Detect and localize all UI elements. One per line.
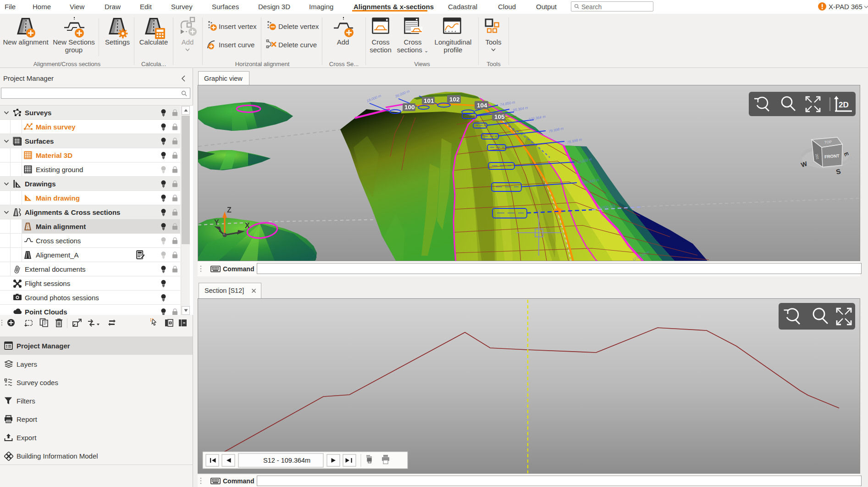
svg-text:S12 - 109.364m: S12 - 109.364m	[263, 457, 310, 464]
svg-text:X: X	[245, 222, 250, 230]
svg-text:105: 105	[494, 113, 505, 120]
svg-text:104: 104	[477, 102, 487, 109]
svg-text:102: 102	[449, 96, 460, 103]
svg-text:Y: Y	[214, 218, 219, 226]
svg-text:Z: Z	[227, 206, 232, 214]
svg-text:101: 101	[424, 97, 434, 104]
svg-text:FRONT: FRONT	[824, 153, 840, 159]
svg-text:100: 100	[404, 104, 415, 111]
svg-text:TOP: TOP	[824, 140, 832, 145]
svg-text:2D: 2D	[839, 101, 849, 109]
